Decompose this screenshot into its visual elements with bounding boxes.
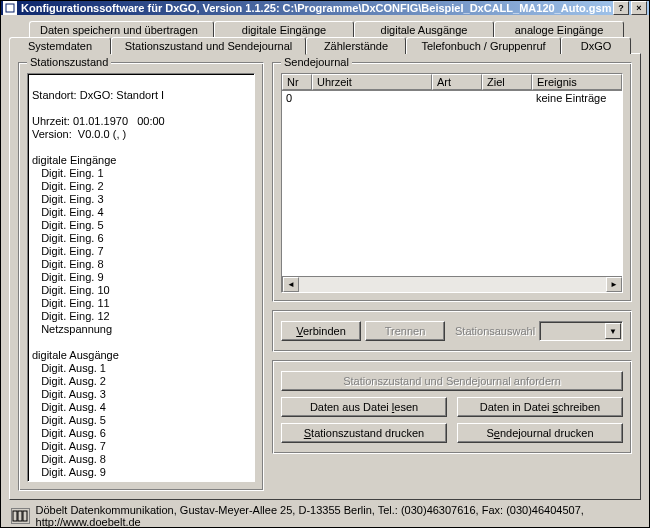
- journal-col-nr[interactable]: Nr: [282, 74, 312, 90]
- station-listbox[interactable]: Standort: DxGO: Standort I Uhrzeit: 01.0…: [27, 73, 255, 482]
- stationsauswahl-dropdown: ▼: [539, 321, 623, 341]
- close-button[interactable]: ×: [631, 1, 647, 15]
- group-sendejournal: Sendejournal NrUhrzeitArtZielEreignis 0k…: [272, 62, 632, 302]
- app-icon: [3, 1, 17, 15]
- station-drucken-button[interactable]: Stationszustand drucken: [281, 423, 447, 443]
- tab-digitale-eingaenge[interactable]: digitale Eingänge: [214, 21, 354, 38]
- window-title: Konfigurationssoftware für DxGO, Version…: [21, 2, 611, 14]
- tab-panel: Stationszustand Standort: DxGO: Standort…: [9, 53, 641, 500]
- trennen-button: Trennen: [365, 321, 445, 341]
- svg-rect-2: [18, 511, 22, 521]
- content-area: Daten speichern und übertragen digitale …: [1, 15, 649, 528]
- group-stationszustand-legend: Stationszustand: [27, 56, 111, 68]
- journal-row[interactable]: 0keine Einträge: [282, 91, 622, 105]
- journal-col-ziel[interactable]: Ziel: [482, 74, 532, 90]
- group-sendejournal-legend: Sendejournal: [281, 56, 352, 68]
- journal-col-ereignis[interactable]: Ereignis: [532, 74, 622, 90]
- tab-dxgo[interactable]: DxGO: [561, 37, 631, 54]
- svg-rect-3: [23, 511, 27, 521]
- journal-body: 0keine Einträge: [282, 91, 622, 276]
- tab-analoge-eingaenge[interactable]: analoge Eingänge: [494, 21, 624, 38]
- tab-telefonbuch[interactable]: Telefonbuch / Gruppenruf: [406, 37, 561, 54]
- footer-logo-icon: [11, 508, 30, 524]
- daten-lesen-button[interactable]: Daten aus Datei lesen: [281, 397, 447, 417]
- main-row: Stationszustand Standort: DxGO: Standort…: [18, 62, 632, 491]
- group-actions: Stationszustand und Sendejournal anforde…: [272, 360, 632, 454]
- right-column: Sendejournal NrUhrzeitArtZielEreignis 0k…: [272, 62, 632, 491]
- help-button[interactable]: ?: [613, 1, 629, 15]
- scroll-track[interactable]: [299, 277, 606, 292]
- journal-header: NrUhrzeitArtZielEreignis: [282, 74, 622, 91]
- tab-digitale-ausgaenge[interactable]: digitale Ausgänge: [354, 21, 494, 38]
- tab-systemdaten[interactable]: Systemdaten: [9, 37, 111, 54]
- verbinden-button[interactable]: Verbinden: [281, 321, 361, 341]
- group-stationszustand: Stationszustand Standort: DxGO: Standort…: [18, 62, 264, 491]
- tab-stationszustand[interactable]: Stationszustand und Sendejournal: [111, 37, 306, 55]
- journal-table[interactable]: NrUhrzeitArtZielEreignis 0keine Einträge…: [281, 73, 623, 293]
- journal-hscroll[interactable]: ◄ ►: [282, 276, 622, 292]
- scroll-right-icon[interactable]: ►: [606, 277, 622, 292]
- footer-info: Döbelt Datenkommunikation, Gustav-Meyer-…: [9, 500, 641, 528]
- group-connection: Verbinden Trennen Stationsauswahl ▼: [272, 310, 632, 352]
- stationsauswahl-label: Stationsauswahl: [455, 325, 535, 337]
- app-window: Konfigurationssoftware für DxGO, Version…: [0, 0, 650, 528]
- journal-col-uhrzeit[interactable]: Uhrzeit: [312, 74, 432, 90]
- titlebar: Konfigurationssoftware für DxGO, Version…: [1, 1, 649, 15]
- tab-zaehlerstaende[interactable]: Zählerstände: [306, 37, 406, 54]
- footer-text: Döbelt Datenkommunikation, Gustav-Meyer-…: [36, 504, 639, 528]
- daten-schreiben-button[interactable]: Daten in Datei schreiben: [457, 397, 623, 417]
- svg-rect-0: [6, 4, 14, 12]
- tabs-row-upper: Daten speichern und übertragen digitale …: [29, 21, 641, 38]
- journal-drucken-button[interactable]: Sendejournal drucken: [457, 423, 623, 443]
- scroll-left-icon[interactable]: ◄: [283, 277, 299, 292]
- dropdown-arrow-icon: ▼: [605, 323, 621, 339]
- svg-rect-1: [13, 511, 17, 521]
- tabs-row-lower: Systemdaten Stationszustand und Sendejou…: [9, 37, 641, 54]
- journal-col-art[interactable]: Art: [432, 74, 482, 90]
- anfordern-button: Stationszustand und Sendejournal anforde…: [281, 371, 623, 391]
- tab-daten-speichern[interactable]: Daten speichern und übertragen: [29, 21, 214, 38]
